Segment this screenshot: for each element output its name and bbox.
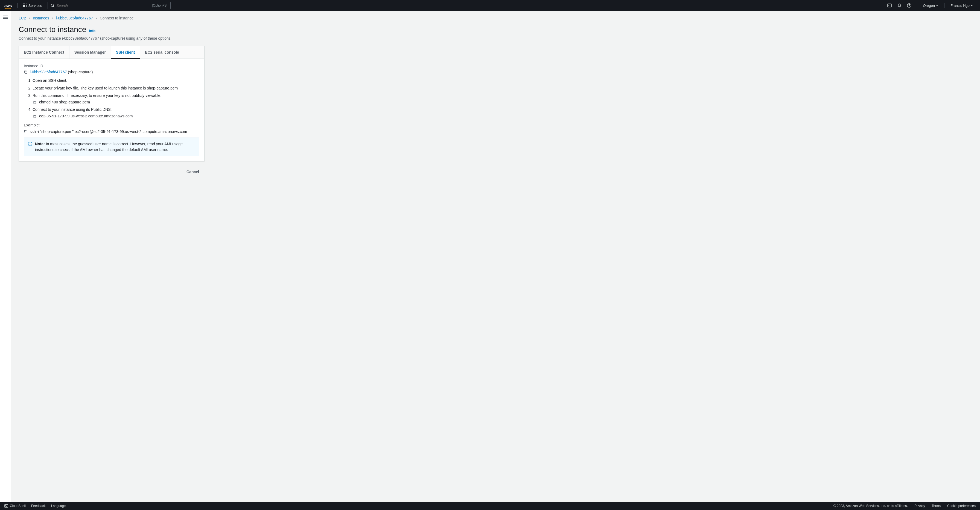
main-wrap: EC2 › Instances › i-0bbc98e6fad647767 › …: [0, 11, 980, 502]
search-box[interactable]: [Option+S]: [48, 2, 170, 9]
page-title: Connect to instance: [19, 25, 86, 33]
user-label: Francis Ngo: [950, 3, 970, 8]
chevron-right-icon: ›: [52, 16, 53, 20]
footer-language[interactable]: Language: [51, 504, 65, 508]
services-label: Services: [29, 3, 42, 8]
breadcrumb-current: Connect to instance: [100, 16, 134, 20]
aws-logo[interactable]: aws: [5, 3, 12, 8]
step-3-code: chmod 400 shop-capture.pem: [39, 100, 90, 105]
panel-body: Instance ID i-0bbc98e6fad647767 (shop-ca…: [19, 59, 204, 161]
caret-down-icon: [936, 5, 938, 6]
topbar-right: Oregon Francis Ngo: [885, 1, 975, 10]
footer-right: © 2023, Amazon Web Services, Inc. or its…: [834, 504, 975, 508]
divider: [944, 3, 945, 8]
step-4: Connect to your instance using its Publi…: [33, 107, 199, 119]
note-text: Note: In most cases, the guessed user na…: [35, 141, 195, 153]
footer-left: CloudShell Feedback Language: [5, 504, 65, 508]
svg-point-0: [51, 4, 53, 6]
example-row: ssh -i "shop-capture.pem" ec2-user@ec2-3…: [24, 129, 199, 134]
tab-session-manager[interactable]: Session Manager: [70, 46, 111, 59]
instance-id-row: i-0bbc98e6fad647767 (shop-capture): [24, 70, 199, 74]
caret-down-icon: [971, 5, 973, 6]
tabs: EC2 Instance Connect Session Manager SSH…: [19, 46, 204, 59]
left-rail: [0, 11, 11, 502]
footer-cloudshell[interactable]: CloudShell: [5, 504, 26, 508]
region-label: Oregon: [923, 3, 935, 8]
breadcrumb-instance-id[interactable]: i-0bbc98e6fad647767: [56, 16, 93, 20]
region-selector[interactable]: Oregon: [920, 3, 941, 8]
svg-rect-11: [5, 505, 8, 508]
cloudshell-label: CloudShell: [10, 504, 26, 508]
copy-icon[interactable]: [24, 70, 28, 74]
svg-line-1: [53, 6, 54, 7]
instance-id-value: i-0bbc98e6fad647767 (shop-capture): [30, 70, 93, 74]
note-box: Note: In most cases, the guessed user na…: [24, 138, 199, 156]
page-subtitle: Connect to your instance i-0bbc98e6fad64…: [19, 36, 972, 40]
steps-list: Open an SSH client. Locate your private …: [24, 78, 199, 119]
footer-feedback[interactable]: Feedback: [31, 504, 46, 508]
topbar: aws Services [Option+S] Oregon: [0, 0, 980, 11]
breadcrumb-ec2[interactable]: EC2: [19, 16, 26, 20]
step-4-code-row: ec2-35-91-173-99.us-west-2.compute.amazo…: [33, 113, 199, 119]
content: EC2 › Instances › i-0bbc98e6fad647767 › …: [11, 11, 980, 502]
cancel-button[interactable]: Cancel: [181, 168, 205, 176]
footer-terms[interactable]: Terms: [932, 504, 940, 508]
page-header: Connect to instance Info Connect to your…: [19, 25, 972, 40]
cloudshell-icon[interactable]: [885, 1, 894, 10]
instance-name: (shop-capture): [67, 70, 93, 74]
step-3-text: Run this command, if necessary, to ensur…: [33, 93, 161, 98]
step-3-code-row: chmod 400 shop-capture.pem: [33, 100, 199, 105]
chevron-right-icon: ›: [96, 16, 97, 20]
help-icon[interactable]: [905, 1, 913, 10]
divider: [17, 3, 18, 8]
footer-privacy[interactable]: Privacy: [915, 504, 925, 508]
copy-icon[interactable]: [24, 130, 28, 134]
tab-ec2-connect[interactable]: EC2 Instance Connect: [19, 46, 70, 59]
svg-rect-6: [33, 115, 36, 118]
svg-rect-5: [33, 102, 36, 104]
step-3: Run this command, if necessary, to ensur…: [33, 93, 199, 105]
info-icon: [28, 142, 32, 153]
search-shortcut: [Option+S]: [152, 3, 168, 7]
svg-rect-7: [25, 131, 27, 133]
footer: CloudShell Feedback Language © 2023, Ama…: [0, 502, 980, 510]
breadcrumb-instances[interactable]: Instances: [33, 16, 49, 20]
svg-rect-4: [25, 71, 27, 73]
tab-ssh-client[interactable]: SSH client: [111, 46, 140, 59]
example-label: Example:: [24, 123, 199, 127]
step-1: Open an SSH client.: [33, 78, 199, 83]
notifications-icon[interactable]: [895, 1, 904, 10]
step-2: Locate your private key file. The key us…: [33, 86, 199, 91]
search-input[interactable]: [57, 3, 152, 8]
menu-toggle-icon[interactable]: [3, 15, 8, 502]
svg-point-10: [30, 143, 30, 143]
note-prefix: Note:: [35, 142, 46, 146]
services-button[interactable]: Services: [23, 3, 42, 8]
instance-id-label: Instance ID: [24, 64, 199, 68]
step-4-text: Connect to your instance using its Publi…: [33, 107, 111, 112]
tab-serial-console[interactable]: EC2 serial console: [140, 46, 184, 59]
cloudshell-icon: [5, 504, 8, 508]
grid-icon: [23, 3, 27, 7]
copy-icon[interactable]: [33, 100, 37, 104]
search-icon: [51, 3, 54, 7]
actions: Cancel: [19, 168, 205, 176]
svg-rect-2: [888, 4, 891, 7]
info-link[interactable]: Info: [89, 29, 95, 33]
breadcrumb: EC2 › Instances › i-0bbc98e6fad647767 › …: [19, 16, 972, 20]
connect-panel: EC2 Instance Connect Session Manager SSH…: [19, 46, 205, 161]
footer-cookie[interactable]: Cookie preferences: [947, 504, 975, 508]
example-code: ssh -i "shop-capture.pem" ec2-user@ec2-3…: [30, 129, 187, 134]
footer-copyright: © 2023, Amazon Web Services, Inc. or its…: [834, 504, 908, 508]
copy-icon[interactable]: [33, 114, 37, 118]
user-menu[interactable]: Francis Ngo: [948, 3, 975, 8]
topbar-left: aws Services [Option+S]: [5, 2, 170, 9]
step-4-code: ec2-35-91-173-99.us-west-2.compute.amazo…: [39, 113, 133, 119]
chevron-right-icon: ›: [29, 16, 30, 20]
note-body: In most cases, the guessed user name is …: [35, 142, 183, 152]
instance-id-link[interactable]: i-0bbc98e6fad647767: [30, 70, 67, 74]
divider: [917, 3, 917, 8]
